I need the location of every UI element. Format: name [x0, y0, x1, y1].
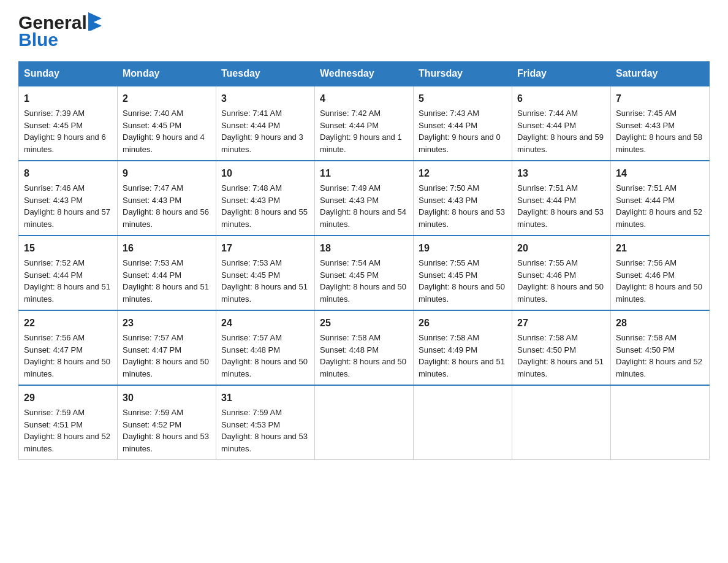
sunset-text: Sunset: 4:51 PM	[24, 420, 83, 429]
calendar-cell: 29Sunrise: 7:59 AMSunset: 4:51 PMDayligh…	[19, 385, 118, 460]
sunrise-text: Sunrise: 7:50 AM	[419, 183, 479, 193]
sunrise-text: Sunrise: 7:46 AM	[24, 183, 85, 193]
sunrise-text: Sunrise: 7:58 AM	[616, 333, 677, 342]
sunset-text: Sunset: 4:44 PM	[24, 270, 83, 280]
sunrise-text: Sunrise: 7:43 AM	[419, 109, 479, 118]
calendar-body: 1Sunrise: 7:39 AMSunset: 4:45 PMDaylight…	[19, 86, 710, 460]
sunset-text: Sunset: 4:43 PM	[24, 196, 83, 205]
calendar-cell: 21Sunrise: 7:56 AMSunset: 4:46 PMDayligh…	[611, 236, 710, 310]
week-row-4: 22Sunrise: 7:56 AMSunset: 4:47 PMDayligh…	[19, 310, 710, 385]
sunrise-text: Sunrise: 7:56 AM	[24, 333, 85, 342]
header-day-thursday: Thursday	[414, 62, 512, 86]
week-row-1: 1Sunrise: 7:39 AMSunset: 4:45 PMDaylight…	[19, 86, 710, 161]
sunset-text: Sunset: 4:44 PM	[419, 121, 477, 130]
day-number: 30	[123, 391, 211, 405]
calendar-cell: 8Sunrise: 7:46 AMSunset: 4:43 PMDaylight…	[19, 161, 118, 236]
sunrise-text: Sunrise: 7:55 AM	[517, 258, 578, 267]
day-number: 5	[419, 91, 507, 106]
week-row-2: 8Sunrise: 7:46 AMSunset: 4:43 PMDaylight…	[19, 161, 710, 236]
sunrise-text: Sunrise: 7:39 AM	[24, 109, 85, 118]
sunset-text: Sunset: 4:43 PM	[320, 196, 379, 205]
calendar-cell: 28Sunrise: 7:58 AMSunset: 4:50 PMDayligh…	[611, 310, 710, 385]
daylight-text: Daylight: 8 hours and 52 minutes.	[616, 207, 702, 229]
daylight-text: Daylight: 9 hours and 4 minutes.	[123, 132, 205, 154]
logo-blue: Blue	[18, 31, 58, 49]
calendar-cell	[414, 385, 512, 460]
sunset-text: Sunset: 4:44 PM	[123, 270, 181, 280]
header-row: SundayMondayTuesdayWednesdayThursdayFrid…	[19, 62, 710, 86]
day-number: 10	[221, 166, 309, 181]
calendar-cell: 25Sunrise: 7:58 AMSunset: 4:48 PMDayligh…	[315, 310, 414, 385]
calendar-cell: 2Sunrise: 7:40 AMSunset: 4:45 PMDaylight…	[118, 86, 216, 161]
header-day-saturday: Saturday	[611, 62, 710, 86]
sunset-text: Sunset: 4:50 PM	[616, 345, 675, 354]
week-row-3: 15Sunrise: 7:52 AMSunset: 4:44 PMDayligh…	[19, 236, 710, 310]
sunrise-text: Sunrise: 7:54 AM	[320, 258, 381, 267]
calendar-cell: 27Sunrise: 7:58 AMSunset: 4:50 PMDayligh…	[512, 310, 611, 385]
sunset-text: Sunset: 4:43 PM	[419, 196, 477, 205]
header-day-tuesday: Tuesday	[216, 62, 315, 86]
calendar-cell: 23Sunrise: 7:57 AMSunset: 4:47 PMDayligh…	[118, 310, 216, 385]
calendar-cell: 19Sunrise: 7:55 AMSunset: 4:45 PMDayligh…	[414, 236, 512, 310]
calendar-cell: 9Sunrise: 7:47 AMSunset: 4:43 PMDaylight…	[118, 161, 216, 236]
sunrise-text: Sunrise: 7:53 AM	[123, 258, 183, 267]
day-number: 9	[123, 166, 211, 181]
calendar-cell	[315, 385, 414, 460]
sunset-text: Sunset: 4:44 PM	[320, 121, 379, 130]
daylight-text: Daylight: 8 hours and 50 minutes.	[517, 282, 604, 304]
day-number: 19	[419, 241, 507, 256]
day-number: 7	[616, 91, 704, 106]
day-number: 24	[221, 316, 309, 331]
day-number: 31	[221, 391, 309, 405]
sunrise-text: Sunrise: 7:52 AM	[24, 258, 85, 267]
day-number: 1	[24, 91, 112, 106]
sunset-text: Sunset: 4:47 PM	[24, 345, 83, 354]
sunset-text: Sunset: 4:49 PM	[419, 345, 477, 354]
sunrise-text: Sunrise: 7:42 AM	[320, 109, 381, 118]
sunrise-text: Sunrise: 7:58 AM	[320, 333, 381, 342]
daylight-text: Daylight: 9 hours and 0 minutes.	[419, 132, 501, 154]
daylight-text: Daylight: 8 hours and 50 minutes.	[320, 357, 406, 378]
calendar-cell: 17Sunrise: 7:53 AMSunset: 4:45 PMDayligh…	[216, 236, 315, 310]
day-number: 18	[320, 241, 408, 256]
calendar-cell: 7Sunrise: 7:45 AMSunset: 4:43 PMDaylight…	[611, 86, 710, 161]
day-number: 25	[320, 316, 408, 331]
day-number: 29	[24, 391, 112, 405]
daylight-text: Daylight: 8 hours and 51 minutes.	[419, 357, 505, 378]
day-number: 16	[123, 241, 211, 256]
calendar-cell: 31Sunrise: 7:59 AMSunset: 4:53 PMDayligh…	[216, 385, 315, 460]
calendar-cell	[611, 385, 710, 460]
calendar-cell: 11Sunrise: 7:49 AMSunset: 4:43 PMDayligh…	[315, 161, 414, 236]
daylight-text: Daylight: 8 hours and 53 minutes.	[517, 207, 604, 229]
calendar-cell: 3Sunrise: 7:41 AMSunset: 4:44 PMDaylight…	[216, 86, 315, 161]
sunrise-text: Sunrise: 7:58 AM	[419, 333, 479, 342]
sunset-text: Sunset: 4:45 PM	[419, 270, 477, 280]
daylight-text: Daylight: 8 hours and 59 minutes.	[517, 132, 604, 154]
sunset-text: Sunset: 4:43 PM	[221, 196, 280, 205]
calendar-cell: 18Sunrise: 7:54 AMSunset: 4:45 PMDayligh…	[315, 236, 414, 310]
calendar-cell: 12Sunrise: 7:50 AMSunset: 4:43 PMDayligh…	[414, 161, 512, 236]
daylight-text: Daylight: 8 hours and 50 minutes.	[221, 357, 308, 378]
calendar-cell: 24Sunrise: 7:57 AMSunset: 4:48 PMDayligh…	[216, 310, 315, 385]
sunset-text: Sunset: 4:45 PM	[24, 121, 83, 130]
calendar-cell: 16Sunrise: 7:53 AMSunset: 4:44 PMDayligh…	[118, 236, 216, 310]
logo-flag-icon	[88, 12, 104, 33]
sunset-text: Sunset: 4:50 PM	[517, 345, 576, 354]
sunrise-text: Sunrise: 7:57 AM	[123, 333, 183, 342]
sunrise-text: Sunrise: 7:44 AM	[517, 109, 578, 118]
calendar-cell: 4Sunrise: 7:42 AMSunset: 4:44 PMDaylight…	[315, 86, 414, 161]
sunrise-text: Sunrise: 7:48 AM	[221, 183, 282, 193]
calendar-cell: 20Sunrise: 7:55 AMSunset: 4:46 PMDayligh…	[512, 236, 611, 310]
sunset-text: Sunset: 4:44 PM	[616, 196, 675, 205]
header-day-wednesday: Wednesday	[315, 62, 414, 86]
calendar-cell: 15Sunrise: 7:52 AMSunset: 4:44 PMDayligh…	[19, 236, 118, 310]
daylight-text: Daylight: 8 hours and 56 minutes.	[123, 207, 209, 229]
calendar-cell: 10Sunrise: 7:48 AMSunset: 4:43 PMDayligh…	[216, 161, 315, 236]
daylight-text: Daylight: 9 hours and 3 minutes.	[221, 132, 303, 154]
sunset-text: Sunset: 4:44 PM	[221, 121, 280, 130]
header-day-friday: Friday	[512, 62, 611, 86]
daylight-text: Daylight: 8 hours and 52 minutes.	[24, 432, 110, 453]
daylight-text: Daylight: 8 hours and 53 minutes.	[221, 432, 308, 453]
day-number: 6	[517, 91, 605, 106]
day-number: 23	[123, 316, 211, 331]
